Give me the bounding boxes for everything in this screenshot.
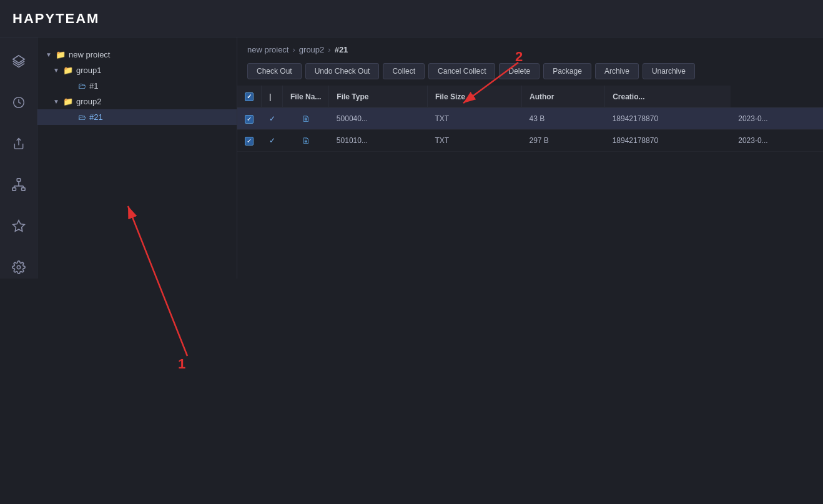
breadcrumb-sep-1: ›: [328, 45, 330, 54]
svg-text:1: 1: [178, 356, 185, 372]
table-row[interactable]: ✓ 🗎 501010... TXT 297 B 18942178870 2023…: [237, 130, 823, 152]
header-filename[interactable]: File Na...: [283, 86, 329, 108]
folder-icon-hash1: 🗁: [78, 81, 86, 91]
breadcrumb: new proiect › group2 › #21: [237, 37, 823, 59]
main-layout: ▼ 📁 new proiect ▼ 📁 group1 ▶ 🗁 #1 ▼ 📁 gr…: [0, 37, 823, 279]
row2-checkbox[interactable]: [245, 137, 254, 146]
svg-rect-9: [17, 179, 21, 182]
row2-checkbox-cell[interactable]: [237, 130, 262, 152]
row2-file-icon-cell: 🗎: [283, 130, 329, 152]
toolbar: Check Out Undo Check Out Collect Cancel …: [237, 59, 823, 86]
folder-icon-group1: 📁: [63, 66, 73, 75]
row2-filesize: 297 B: [522, 130, 605, 152]
header-author[interactable]: Author: [522, 86, 605, 108]
breadcrumb-sep-0: ›: [292, 45, 295, 54]
tree-label-group2: group2: [76, 97, 101, 106]
row2-checkmark-icon: ✓: [269, 136, 275, 145]
tree-sidebar: ▼ 📁 new proiect ▼ 📁 group1 ▶ 🗁 #1 ▼ 📁 gr…: [37, 37, 237, 279]
app-header: HAPYTEAM: [0, 0, 823, 37]
tree-label-group1: group1: [76, 66, 101, 75]
breadcrumb-part-1: group2: [299, 45, 324, 54]
delete-button[interactable]: Delete: [499, 63, 540, 79]
row2-status: ✓: [262, 130, 283, 152]
header-creation[interactable]: Creatio...: [605, 86, 731, 108]
hierarchy-icon[interactable]: [7, 174, 30, 196]
select-all-checkbox[interactable]: [245, 92, 254, 101]
row1-checkbox[interactable]: [245, 115, 254, 124]
expand-arrow-new-project: ▼: [45, 51, 52, 58]
expand-arrow-group2: ▼: [52, 98, 60, 105]
archive-button[interactable]: Archive: [595, 63, 639, 79]
collect-button[interactable]: Collect: [383, 63, 425, 79]
header-filetype[interactable]: File Type: [329, 86, 428, 108]
breadcrumb-part-0: new proiect: [247, 45, 288, 54]
tree-item-hash1[interactable]: ▶ 🗁 #1: [37, 78, 237, 94]
folder-icon-hash21: 🗁: [78, 112, 86, 122]
row1-filename: 500040...: [329, 108, 428, 130]
file-table: | File Na... File Type File Size Author …: [237, 86, 823, 279]
svg-point-17: [17, 265, 21, 269]
unarchive-button[interactable]: Unarchive: [643, 63, 695, 79]
files-table: | File Na... File Type File Size Author …: [237, 86, 823, 152]
row1-filesize: 43 B: [522, 108, 605, 130]
share-icon[interactable]: [7, 132, 30, 155]
package-button[interactable]: Package: [543, 63, 591, 79]
tree-label-hash1: #1: [89, 81, 98, 91]
table-row[interactable]: ✓ 🗎 500040... TXT 43 B 18942178870 2023-…: [237, 108, 823, 130]
row1-file-icon-cell: 🗎: [283, 108, 329, 130]
tree-item-group1[interactable]: ▼ 📁 group1: [37, 62, 237, 78]
tree-item-group2[interactable]: ▼ 📁 group2: [37, 94, 237, 109]
settings-icon[interactable]: [7, 256, 30, 279]
row1-filetype: TXT: [427, 108, 521, 130]
row2-author: 18942178870: [605, 130, 731, 152]
row1-checkbox-cell[interactable]: [237, 108, 262, 130]
undo-checkout-button[interactable]: Undo Check Out: [305, 63, 380, 79]
tree-label-new-project: new proiect: [69, 50, 110, 59]
row1-file-icon: 🗎: [302, 114, 310, 124]
layers-icon[interactable]: [7, 50, 30, 72]
cancel-collect-button[interactable]: Cancel Collect: [428, 63, 495, 79]
clock-icon[interactable]: [7, 91, 30, 114]
content-area: new proiect › group2 › #21 Check Out Und…: [237, 37, 823, 279]
header-checkbox-cell[interactable]: [237, 86, 262, 108]
folder-icon-new-project: 📁: [56, 50, 66, 59]
row1-creation: 2023-0...: [731, 108, 823, 130]
tree-item-new-project[interactable]: ▼ 📁 new proiect: [37, 47, 237, 62]
star-icon[interactable]: [7, 215, 30, 237]
svg-marker-16: [12, 220, 24, 231]
row1-status: ✓: [262, 108, 283, 130]
checkout-button[interactable]: Check Out: [247, 63, 302, 79]
row1-author: 18942178870: [605, 108, 731, 130]
header-divider: |: [262, 86, 283, 108]
row2-file-icon: 🗎: [302, 136, 310, 146]
svg-rect-11: [21, 188, 25, 191]
svg-rect-10: [12, 188, 16, 191]
row2-filetype: TXT: [427, 130, 521, 152]
tree-item-hash21[interactable]: ▶ 🗁 #21: [37, 109, 237, 125]
row2-filename: 501010...: [329, 130, 428, 152]
icon-bar: [0, 37, 37, 279]
tree-label-hash21: #21: [89, 112, 103, 122]
table-header-row: | File Na... File Type File Size Author …: [237, 86, 823, 108]
app-logo: HAPYTEAM: [12, 11, 99, 27]
folder-icon-group2: 📁: [63, 97, 73, 106]
breadcrumb-part-2: #21: [335, 45, 348, 54]
expand-arrow-group1: ▼: [52, 67, 60, 74]
header-filesize[interactable]: File Size: [427, 86, 521, 108]
row1-checkmark-icon: ✓: [269, 114, 275, 123]
row2-creation: 2023-0...: [731, 130, 823, 152]
